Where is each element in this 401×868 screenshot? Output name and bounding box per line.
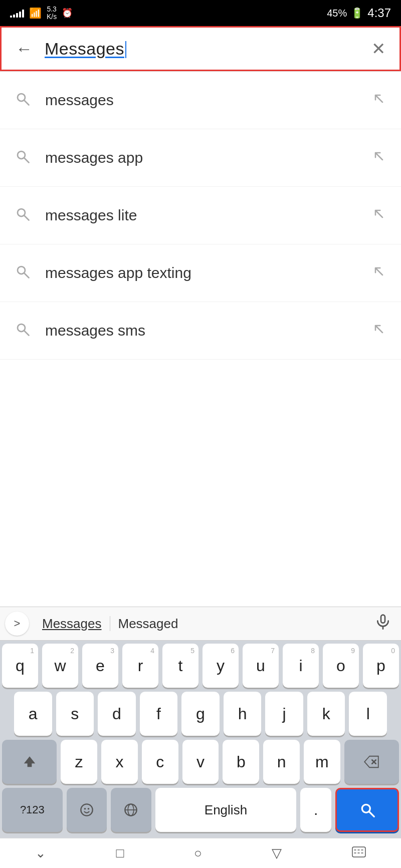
battery-icon: 🔋	[351, 7, 363, 19]
search-icon	[15, 91, 30, 110]
signal-icon	[10, 9, 24, 18]
key-h[interactable]: h	[224, 692, 262, 736]
svg-point-14	[81, 804, 92, 815]
suggest-word-1[interactable]: Messages	[34, 616, 110, 632]
microphone-icon[interactable]	[375, 614, 396, 634]
key-f[interactable]: f	[140, 692, 178, 736]
arrow-northwest-icon	[372, 322, 386, 340]
key-symbols[interactable]: ?123	[2, 788, 63, 832]
key-shift[interactable]	[2, 740, 57, 784]
arrow-northwest-icon	[372, 92, 386, 109]
back-button[interactable]: ←	[12, 35, 37, 63]
speed-text: 5.3 K/s	[47, 6, 57, 21]
keyboard-row-3: z x c v b n m	[2, 740, 399, 784]
key-z[interactable]: z	[61, 740, 97, 784]
svg-point-16	[88, 808, 90, 810]
keyboard-row-4: ?123 English .	[2, 788, 399, 832]
svg-point-0	[18, 94, 25, 101]
suggestion-item[interactable]: messages lite	[0, 187, 401, 244]
suggestion-item[interactable]: messages app texting	[0, 244, 401, 302]
key-a[interactable]: a	[14, 692, 52, 736]
key-globe[interactable]	[111, 788, 151, 832]
suggestion-text: messages lite	[45, 207, 372, 224]
key-backspace[interactable]	[344, 740, 399, 784]
key-n[interactable]: n	[263, 740, 300, 784]
svg-line-7	[25, 273, 29, 277]
key-l[interactable]: l	[349, 692, 387, 736]
suggestion-text: messages app	[45, 149, 372, 166]
chevron-right-icon: >	[14, 617, 21, 630]
keyboard-row-2: a s d f g h j k l	[2, 692, 399, 736]
status-right: 45% 🔋 4:37	[327, 6, 391, 20]
search-icon	[15, 322, 30, 340]
key-emoji[interactable]	[67, 788, 107, 832]
svg-point-6	[18, 266, 25, 274]
key-dot[interactable]: .	[300, 788, 331, 832]
key-e[interactable]: 3e	[82, 644, 118, 688]
nav-down-button[interactable]: ⌄	[35, 845, 46, 861]
nav-triangle-button[interactable]: ▽	[272, 845, 282, 861]
suggestion-item[interactable]: messages sms	[0, 302, 401, 360]
svg-line-5	[25, 215, 29, 220]
suggestion-text: messages app texting	[45, 264, 372, 281]
svg-rect-10	[381, 615, 385, 623]
suggest-words: Messages Messaged	[34, 616, 375, 632]
key-d[interactable]: d	[98, 692, 136, 736]
svg-rect-22	[352, 847, 365, 857]
key-search[interactable]	[335, 788, 399, 832]
svg-point-15	[84, 808, 86, 810]
search-input[interactable]: Messages	[45, 39, 367, 59]
status-left: 📶 5.3 K/s ⏰	[10, 6, 73, 21]
key-t[interactable]: 5t	[162, 644, 198, 688]
key-o[interactable]: 9o	[323, 644, 359, 688]
svg-line-1	[25, 100, 29, 105]
svg-point-4	[18, 209, 25, 216]
key-g[interactable]: g	[181, 692, 220, 736]
keyboard-row-1: 1q 2w 3e 4r 5t 6y 7u 8i 9o 0p	[2, 644, 399, 688]
nav-circle-button[interactable]: ○	[194, 845, 202, 861]
nav-keyboard-button[interactable]	[352, 845, 366, 861]
svg-line-3	[25, 158, 29, 162]
battery-text: 45%	[327, 8, 347, 19]
status-bar: 📶 5.3 K/s ⏰ 45% 🔋 4:37	[0, 0, 401, 26]
close-button[interactable]: ✕	[367, 35, 389, 63]
key-b[interactable]: b	[223, 740, 259, 784]
svg-point-8	[18, 324, 25, 332]
suggest-expand-button[interactable]: >	[5, 612, 29, 636]
key-spacebar[interactable]: English	[155, 788, 297, 832]
key-j[interactable]: j	[265, 692, 303, 736]
key-q[interactable]: 1q	[2, 644, 38, 688]
search-bar: ← Messages ✕	[0, 26, 401, 71]
nav-square-button[interactable]: □	[116, 845, 124, 861]
key-p[interactable]: 0p	[363, 644, 399, 688]
suggestion-text: messages	[45, 92, 372, 109]
nav-bar: ⌄ □ ○ ▽	[0, 838, 401, 868]
svg-line-9	[25, 331, 29, 335]
keyboard-rows: 1q 2w 3e 4r 5t 6y 7u 8i 9o 0p a s d f g …	[0, 641, 401, 838]
arrow-northwest-icon	[372, 149, 386, 167]
key-y[interactable]: 6y	[203, 644, 239, 688]
key-m[interactable]: m	[304, 740, 340, 784]
svg-point-2	[18, 151, 25, 159]
alarm-icon: ⏰	[62, 8, 73, 19]
key-c[interactable]: c	[142, 740, 178, 784]
key-k[interactable]: k	[307, 692, 345, 736]
arrow-northwest-icon	[372, 207, 386, 224]
suggestion-text: messages sms	[45, 322, 372, 339]
suggestion-item[interactable]: messages	[0, 72, 401, 129]
key-v[interactable]: v	[182, 740, 219, 784]
key-u[interactable]: 7u	[243, 644, 279, 688]
svg-line-21	[369, 812, 374, 816]
suggestions-list: messages messages app messages lite	[0, 72, 401, 360]
keyboard-area: > Messages Messaged 1q 2w 3e 4r 5t 6y 7u…	[0, 607, 401, 838]
key-w[interactable]: 2w	[42, 644, 78, 688]
search-input-area: Messages	[45, 39, 367, 59]
search-icon	[15, 149, 30, 167]
key-x[interactable]: x	[101, 740, 138, 784]
suggestion-bar: > Messages Messaged	[0, 607, 401, 641]
key-s[interactable]: s	[56, 692, 94, 736]
suggestion-item[interactable]: messages app	[0, 129, 401, 187]
suggest-word-2[interactable]: Messaged	[110, 616, 186, 632]
key-i[interactable]: 8i	[283, 644, 319, 688]
key-r[interactable]: 4r	[122, 644, 158, 688]
